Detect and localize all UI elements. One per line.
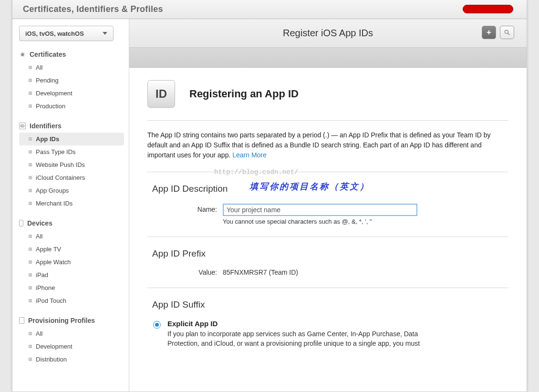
sidebar-item-certificates-development[interactable]: Development (19, 87, 124, 100)
sidebar-section-identifiers: ID Identifiers App IDs Pass Type IDs Web… (19, 122, 124, 210)
sidebar-item-devices-iphone[interactable]: iPhone (19, 281, 124, 294)
sidebar-item-app-groups[interactable]: App Groups (19, 184, 124, 197)
sidebar-item-label: iPhone (36, 284, 55, 291)
section-app-id-description: App ID Description http://blog.csdn.net/… (147, 172, 508, 237)
sidebar-item-label: Pass Type IDs (36, 148, 76, 155)
sidebar-section-certificates: ✴︎ Certificates All Pending Development … (19, 51, 124, 113)
sidebar-item-prov-development[interactable]: Development (19, 340, 124, 353)
document-icon (19, 317, 24, 324)
sidebar-item-label: Development (36, 343, 73, 350)
sidebar-item-label: iPad (36, 271, 48, 279)
bullet-icon (29, 248, 32, 251)
sidebar-item-label: Pending (36, 77, 59, 84)
sidebar-item-certificates-production[interactable]: Production (19, 100, 124, 113)
section-title: App ID Prefix (152, 248, 508, 259)
form-heading: ID Registering an App ID (147, 80, 508, 121)
bullet-icon (29, 235, 32, 238)
team-id-value: 85FNXMRSR7 (Team ID) (223, 268, 298, 276)
section-app-id-suffix: App ID Suffix Explicit App ID If you pla… (147, 288, 508, 360)
id-badge-text: ID (155, 87, 167, 101)
titlebar: Certificates, Identifiers & Profiles (12, 0, 527, 19)
radio-selected-icon (155, 323, 159, 327)
intro-text: The App ID string contains two parts sep… (147, 121, 508, 172)
bullet-icon (29, 150, 32, 154)
section-title: App ID Suffix (152, 299, 508, 310)
sidebar-item-devices-apple-tv[interactable]: Apple TV (19, 243, 124, 256)
bullet-icon (29, 104, 32, 108)
bullet-icon (29, 176, 32, 179)
platform-selector-label: iOS, tvOS, watchOS (25, 30, 84, 37)
chevron-down-icon (103, 32, 107, 35)
sidebar-item-label: Distribution (36, 356, 67, 363)
section-app-id-prefix: App ID Prefix Value: 85FNXMRSR7 (Team ID… (147, 237, 508, 288)
bullet-icon (29, 358, 32, 361)
sidebar-item-devices-apple-watch[interactable]: Apple Watch (19, 256, 124, 268)
sidebar-item-devices-ipad[interactable]: iPad (19, 268, 124, 281)
sidebar-item-prov-all[interactable]: All (19, 327, 124, 340)
name-input[interactable] (223, 204, 417, 216)
page-title: Certificates, Identifiers & Profiles (23, 4, 163, 14)
platform-selector[interactable]: iOS, tvOS, watchOS (19, 26, 114, 41)
id-badge-icon: ID (147, 80, 175, 108)
bullet-icon (29, 92, 32, 95)
search-icon (504, 29, 510, 36)
sidebar-item-icloud-containers[interactable]: iCloud Containers (19, 171, 124, 184)
device-icon (19, 220, 23, 227)
add-button[interactable]: + (482, 26, 496, 39)
name-hint: You cannot use special characters such a… (223, 218, 508, 225)
sidebar-item-label: All (36, 233, 42, 240)
explicit-app-id-desc: If you plan to incorporate app services … (167, 329, 444, 349)
sidebar-item-devices-all[interactable]: All (19, 230, 124, 243)
bullet-icon (29, 79, 32, 82)
sidebar-item-label: Merchant IDs (36, 200, 73, 207)
sidebar-item-merchant-ids[interactable]: Merchant IDs (19, 197, 124, 210)
sidebar-item-devices-ipod-touch[interactable]: iPod Touch (19, 294, 124, 307)
learn-more-link[interactable]: Learn More (232, 151, 267, 159)
intro-body: The App ID string contains two parts sep… (147, 131, 491, 159)
sidebar-item-label: Production (36, 103, 65, 110)
sidebar-item-prov-distribution[interactable]: Distribution (19, 353, 124, 366)
bullet-icon (29, 286, 32, 289)
plus-icon: + (487, 28, 491, 37)
bullet-icon (29, 332, 32, 335)
sidebar-section-title: Identifiers (30, 122, 62, 130)
sidebar-item-label: iCloud Containers (36, 174, 85, 181)
sub-header-bar (129, 48, 527, 68)
content-area: ID Registering an App ID The App ID stri… (129, 68, 527, 379)
sidebar-item-certificates-all[interactable]: All (19, 61, 124, 74)
id-icon: ID (19, 123, 26, 129)
section-title: App ID Description (152, 184, 508, 194)
sidebar-item-pass-type-ids[interactable]: Pass Type IDs (19, 145, 124, 158)
bullet-icon (29, 202, 32, 205)
bullet-icon (29, 345, 32, 348)
sidebar-section-title: Certificates (30, 51, 66, 58)
sidebar-item-website-push-ids[interactable]: Website Push IDs (19, 158, 124, 171)
value-label: Value: (190, 268, 217, 276)
bullet-icon (29, 299, 32, 302)
sidebar-item-label: All (36, 330, 42, 337)
sidebar-item-certificates-pending[interactable]: Pending (19, 74, 124, 87)
sidebar-item-label: App IDs (36, 135, 59, 143)
sidebar-section-title: Devices (27, 219, 52, 227)
bullet-icon (29, 189, 32, 192)
svg-point-0 (505, 30, 508, 33)
sidebar: iOS, tvOS, watchOS ✴︎ Certificates All P… (12, 19, 129, 392)
sidebar-item-label: Apple Watch (36, 258, 71, 266)
form-heading-title: Registering an App ID (189, 88, 299, 100)
sidebar-item-label: Apple TV (36, 246, 61, 253)
search-button[interactable] (500, 26, 514, 39)
bullet-icon (29, 66, 32, 69)
bullet-icon (29, 260, 32, 264)
sidebar-item-app-ids[interactable]: App IDs (19, 133, 124, 145)
main-panel: Register iOS App IDs + ID Registerin (129, 19, 527, 392)
svg-line-1 (508, 33, 510, 35)
bullet-icon (29, 137, 32, 141)
sidebar-section-title: Provisioning Profiles (28, 317, 95, 324)
explicit-app-id-radio[interactable] (153, 321, 161, 329)
sidebar-section-provisioning: Provisioning Profiles All Development Di… (19, 317, 124, 366)
sidebar-item-label: Website Push IDs (36, 161, 85, 168)
certificate-icon: ✴︎ (19, 51, 26, 58)
sidebar-item-label: Development (36, 90, 73, 97)
sidebar-item-label: All (36, 64, 42, 71)
account-badge[interactable] (463, 5, 513, 13)
